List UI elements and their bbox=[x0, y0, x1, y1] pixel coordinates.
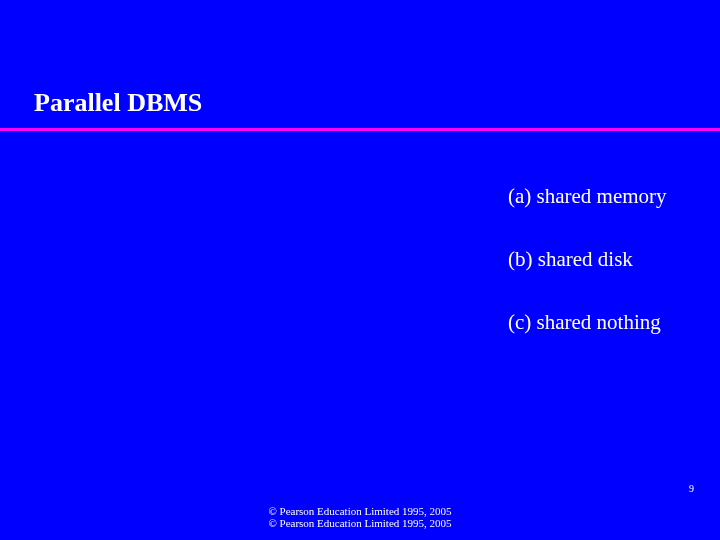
footer-line-1: © Pearson Education Limited 1995, 2005 bbox=[0, 505, 720, 518]
footer-line-2: © Pearson Education Limited 1995, 2005 bbox=[0, 517, 720, 530]
footer: © Pearson Education Limited 1995, 2005 ©… bbox=[0, 505, 720, 530]
page-number: 9 bbox=[689, 483, 694, 494]
slide: Parallel DBMS (a) shared memory (b) shar… bbox=[0, 0, 720, 540]
list-item: (b) shared disk bbox=[508, 247, 667, 272]
list-item: (c) shared nothing bbox=[508, 310, 667, 335]
list-item: (a) shared memory bbox=[508, 184, 667, 209]
title-divider bbox=[0, 128, 720, 131]
slide-title: Parallel DBMS bbox=[34, 88, 202, 118]
body-list: (a) shared memory (b) shared disk (c) sh… bbox=[508, 184, 667, 373]
